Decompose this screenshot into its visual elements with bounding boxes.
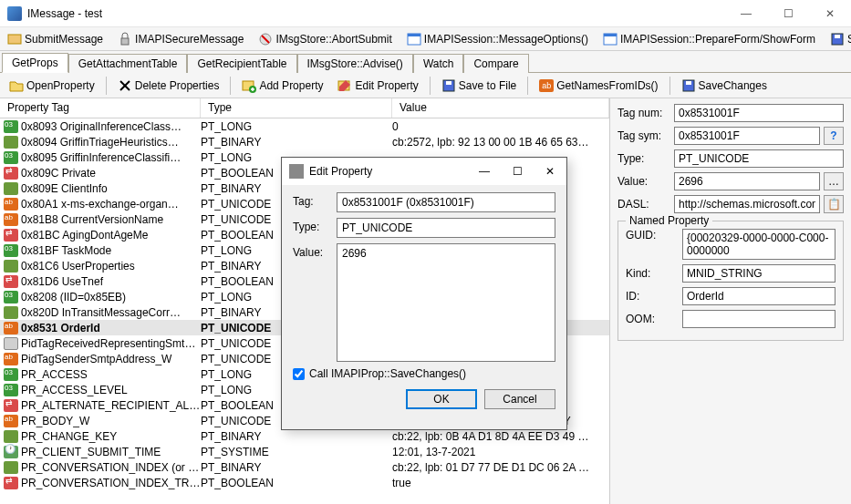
separator — [430, 77, 431, 95]
oom-input[interactable] — [682, 310, 835, 328]
copy-icon: 📋 — [827, 198, 841, 211]
col-value[interactable]: Value — [392, 98, 609, 118]
tab-getrecipienttable[interactable]: GetRecipientTable — [187, 54, 296, 73]
property-type-icon — [4, 198, 18, 211]
toolbar-label: Edit Property — [355, 79, 418, 92]
tab-getattachmenttable[interactable]: GetAttachmentTable — [68, 54, 188, 73]
property-type-icon — [4, 415, 18, 427]
property-type-icon — [4, 291, 18, 303]
row-tag: PR_ACCESS_LEVEL — [21, 384, 201, 396]
row-type: PT_BOOLEAN — [201, 477, 392, 489]
property-type-icon — [4, 213, 18, 226]
row-tag: 0x820D InTransitMessageCorr… — [21, 306, 201, 319]
close-button[interactable]: ✕ — [809, 0, 851, 27]
row-tag: 0x8531 OrderId — [21, 322, 201, 334]
tab-compare[interactable]: Compare — [463, 54, 528, 73]
property-type-icon — [4, 384, 18, 396]
value-label: Value: — [617, 175, 670, 188]
modal-type-input[interactable] — [337, 218, 555, 238]
prepareform-button[interactable]: IMAPISession::PrepareForm/ShowForm — [599, 30, 819, 48]
open-property-button[interactable]: OpenProperty — [4, 77, 100, 95]
table-row[interactable]: PR_CHANGE_KEYPT_BINARYcb:22, lpb: 0B 4A … — [0, 428, 609, 444]
cancel-button[interactable]: Cancel — [484, 389, 555, 409]
row-tag: PR_BODY_W — [21, 415, 201, 427]
row-tag: PidTagReceivedRepresentingSmtpA… — [21, 337, 201, 350]
row-tag: 0x8208 (IID=0x85EB) — [21, 291, 201, 303]
table-row[interactable]: PR_CONVERSATION_INDEX_TRACK…PT_BOOLEANtr… — [0, 475, 609, 490]
modal-tag-input[interactable] — [337, 192, 555, 212]
dialog-minimize-button[interactable]: — — [468, 158, 501, 185]
modal-value-label: Value: — [293, 243, 337, 362]
row-tag: PR_CONVERSATION_INDEX_TRACK… — [21, 477, 201, 489]
savechanges-checkbox[interactable] — [293, 368, 305, 380]
row-type: PT_BINARY — [201, 461, 392, 474]
type-label: Type: — [617, 152, 670, 165]
row-tag: 0x81BF TaskMode — [21, 244, 201, 257]
kind-input[interactable] — [682, 264, 835, 283]
edit-property-button[interactable]: Edit Property — [332, 77, 423, 95]
message-options-button[interactable]: IMAPISession::MessageOptions() — [403, 30, 592, 48]
row-value: cb:22, lpb: 01 D7 77 DE D1 DC 06 2A … — [392, 461, 609, 474]
savechanges-checkbox-label: Call IMAPIProp::SaveChanges() — [309, 367, 466, 380]
row-tag: 0x81C6 UserProperties — [21, 260, 201, 273]
tab-advise[interactable]: IMsgStore::Advise() — [297, 54, 413, 73]
help-button[interactable]: ? — [824, 127, 844, 145]
oom-label: OOM: — [626, 313, 679, 325]
table-row[interactable]: 0x8093 OriginalInferenceClass…PT_LONG0 — [0, 118, 609, 134]
toolbar-label: Add Property — [259, 79, 323, 92]
imapi-secure-button[interactable]: IMAPISecureMessage — [114, 30, 247, 48]
svg-rect-5 — [408, 34, 420, 36]
separator — [230, 77, 231, 95]
main-toolbar: SubmitMessage IMAPISecureMessage IMsgSto… — [0, 27, 851, 51]
props-toolbar: OpenProperty Delete Properties Add Prope… — [0, 73, 851, 98]
type-input[interactable] — [674, 149, 844, 168]
table-row[interactable]: PR_CONVERSATION_INDEX (or pta…PT_BINARYc… — [0, 459, 609, 475]
property-type-icon — [4, 182, 18, 195]
row-tag: PR_ACCESS — [21, 368, 201, 381]
kind-label: Kind: — [626, 267, 679, 280]
toolbar-label: SaveChanges — [699, 79, 767, 92]
table-row[interactable]: PR_CLIENT_SUBMIT_TIMEPT_SYSTIME12:01, 13… — [0, 444, 609, 459]
maximize-button[interactable]: ☐ — [767, 0, 809, 27]
row-value: cb:22, lpb: 0B 4A D1 8D 4A EE D3 49 … — [392, 430, 609, 443]
id-input[interactable] — [682, 287, 835, 305]
dialog-close-button[interactable]: ✕ — [534, 158, 566, 185]
ok-button[interactable]: OK — [406, 389, 477, 409]
dasl-input[interactable] — [674, 195, 820, 213]
tab-watch[interactable]: Watch — [413, 54, 464, 73]
dasl-label: DASL: — [617, 198, 670, 211]
getnamesfromids-button[interactable]: ab GetNamesFromIDs() — [534, 77, 663, 95]
delete-properties-button[interactable]: Delete Properties — [112, 77, 225, 95]
save-msg-button[interactable]: Save as MSG file — [826, 30, 851, 48]
value-input[interactable] — [674, 172, 820, 190]
toolbar-label: IMAPISecureMessage — [135, 33, 244, 46]
browse-button[interactable]: … — [824, 172, 844, 190]
row-tag: 0x81B8 CurrentVersionName — [21, 213, 201, 226]
savechanges-button[interactable]: SaveChanges — [676, 77, 773, 95]
tab-getprops[interactable]: GetProps — [2, 53, 68, 73]
modal-value-input[interactable]: 2696 — [337, 243, 555, 362]
copy-button[interactable]: 📋 — [824, 195, 844, 213]
app-icon — [7, 6, 22, 21]
toolbar-label: OpenProperty — [26, 79, 95, 92]
table-row[interactable]: 0x8094 GriffinTriageHeuristics…PT_BINARY… — [0, 134, 609, 149]
add-property-button[interactable]: Add Property — [236, 77, 328, 95]
save-icon — [830, 32, 845, 46]
minimize-button[interactable]: — — [725, 0, 767, 27]
svg-rect-0 — [8, 35, 21, 44]
toolbar-label: IMsgStore::AbortSubmit — [275, 33, 391, 46]
save-to-file-button[interactable]: Save to File — [436, 77, 522, 95]
tagnum-input[interactable] — [674, 104, 844, 122]
dialog-title: Edit Property — [309, 165, 468, 178]
col-property-tag[interactable]: Property Tag — [0, 98, 201, 118]
dialog-maximize-button[interactable]: ☐ — [501, 158, 534, 185]
abort-submit-button[interactable]: IMsgStore::AbortSubmit — [254, 30, 395, 48]
submit-message-button[interactable]: SubmitMessage — [4, 30, 107, 48]
row-tag: 0x81BC AgingDontAgeMe — [21, 229, 201, 242]
property-type-icon — [4, 353, 18, 365]
guid-input[interactable]: {00020329-0000-0000-C000-0000000 PS_PUBL… — [682, 229, 835, 260]
property-type-icon — [4, 229, 18, 242]
tagsym-input[interactable] — [674, 127, 820, 145]
form-icon — [603, 32, 617, 46]
col-type[interactable]: Type — [201, 98, 392, 118]
